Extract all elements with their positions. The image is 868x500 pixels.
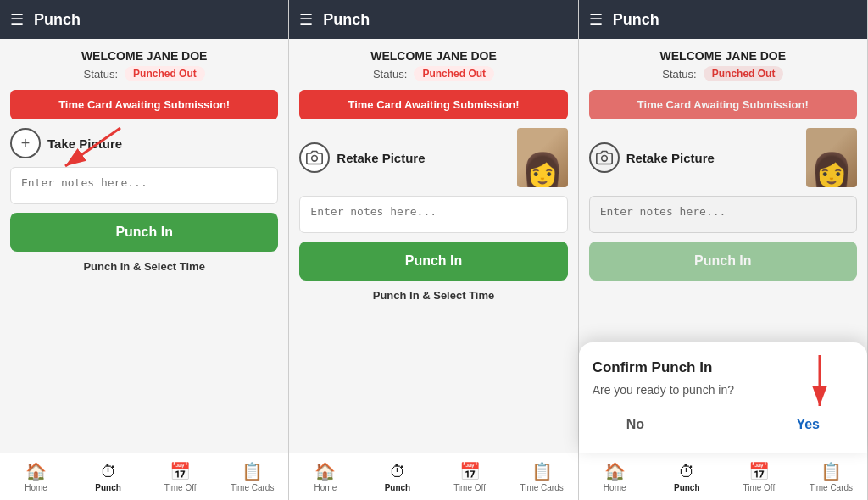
nav-home-label-3: Home xyxy=(604,483,626,492)
topbar-title-1: Punch xyxy=(34,11,81,29)
nav-timecards-3[interactable]: 📋 Time Cards xyxy=(795,453,867,500)
welcome-name-2: WELCOME JANE DOE xyxy=(299,49,567,63)
alert-bar-2[interactable]: Time Card Awaiting Submission! xyxy=(299,90,567,119)
nav-timeoff-label-3: Time Off xyxy=(743,483,775,492)
retake-picture-btn-3[interactable]: Retake Picture xyxy=(589,142,796,173)
screen-body-2: WELCOME JANE DOE Status: Punched Out Tim… xyxy=(289,39,577,453)
timecards-icon-1: 📋 xyxy=(242,461,263,481)
screen-body-1: WELCOME JANE DOE Status: Punched Out Tim… xyxy=(0,39,288,453)
home-icon-2: 🏠 xyxy=(314,461,336,481)
punch-in-btn-1[interactable]: Punch In xyxy=(10,213,278,252)
bottom-nav-3: 🏠 Home ⏱ Punch 📅 Time Off 📋 Time Cards xyxy=(579,453,867,500)
alert-bar-3[interactable]: Time Card Awaiting Submission! xyxy=(589,90,857,119)
nav-punch-label-3: Punch xyxy=(674,483,700,492)
nav-punch-1[interactable]: ⏱ Punch xyxy=(72,453,144,500)
welcome-name-1: WELCOME JANE DOE xyxy=(10,49,278,63)
nav-punch-label-1: Punch xyxy=(95,483,121,492)
timeoff-icon-1: 📅 xyxy=(170,461,191,481)
status-badge-1: Punched Out xyxy=(125,66,205,81)
take-picture-btn-1[interactable]: + Take Picture xyxy=(10,128,278,158)
nav-home-2[interactable]: 🏠 Home xyxy=(289,453,361,500)
punch-icon-2: ⏱ xyxy=(389,462,406,481)
screen-1: ☰ Punch WELCOME JANE DOE Status: Punched… xyxy=(0,0,289,500)
punch-icon-1: ⏱ xyxy=(100,462,117,481)
picture-row-3: Retake Picture xyxy=(589,128,857,187)
retake-picture-label-3: Retake Picture xyxy=(626,151,715,165)
home-icon-3: 🏠 xyxy=(604,461,626,481)
punch-select-label-1[interactable]: Punch In & Select Time xyxy=(10,260,278,273)
welcome-name-3: WELCOME JANE DOE xyxy=(589,49,857,63)
photo-thumb-2 xyxy=(517,128,568,187)
take-picture-label-1: Take Picture xyxy=(47,136,122,151)
nav-punch-2[interactable]: ⏱ Punch xyxy=(361,453,433,500)
notes-input-2[interactable] xyxy=(299,196,567,233)
nav-timeoff-label-1: Time Off xyxy=(164,483,197,492)
photo-thumb-3 xyxy=(806,128,857,187)
retake-picture-btn-2[interactable]: Retake Picture xyxy=(299,142,506,173)
timeoff-icon-3: 📅 xyxy=(748,461,770,481)
topbar-2: ☰ Punch xyxy=(289,0,577,39)
status-badge-3: Punched Out xyxy=(704,66,784,81)
screen-2: ☰ Punch WELCOME JANE DOE Status: Punched… xyxy=(289,0,578,500)
nav-timecards-label-1: Time Cards xyxy=(231,483,274,492)
nav-timecards-label-3: Time Cards xyxy=(810,483,853,492)
nav-timecards-label-2: Time Cards xyxy=(520,483,563,492)
status-badge-2: Punched Out xyxy=(414,66,494,81)
camera-icon-3 xyxy=(589,142,620,173)
nav-timeoff-1[interactable]: 📅 Time Off xyxy=(144,453,216,500)
nav-timecards-2[interactable]: 📋 Time Cards xyxy=(506,453,578,500)
status-label-3: Status: xyxy=(662,68,696,81)
status-row-2: Status: Punched Out xyxy=(299,66,567,81)
confirm-buttons: No Yes xyxy=(593,410,854,439)
status-row-1: Status: Punched Out xyxy=(10,66,278,81)
notes-input-3[interactable] xyxy=(589,196,857,233)
nav-timeoff-3[interactable]: 📅 Time Off xyxy=(723,453,795,500)
nav-home-3[interactable]: 🏠 Home xyxy=(579,453,651,500)
timeoff-icon-2: 📅 xyxy=(459,461,481,481)
bottom-nav-2: 🏠 Home ⏱ Punch 📅 Time Off 📋 Time Cards xyxy=(289,453,577,500)
home-icon-1: 🏠 xyxy=(25,461,47,481)
nav-punch-label-2: Punch xyxy=(385,483,411,492)
nav-home-1[interactable]: 🏠 Home xyxy=(0,453,72,500)
menu-icon-2[interactable]: ☰ xyxy=(299,10,313,29)
camera-icon-2 xyxy=(299,142,330,173)
topbar-3: ☰ Punch xyxy=(579,0,867,39)
notes-input-1[interactable] xyxy=(10,167,278,204)
nav-punch-3[interactable]: ⏱ Punch xyxy=(651,453,723,500)
plus-icon-1: + xyxy=(10,128,41,158)
status-label-2: Status: xyxy=(373,68,407,81)
nav-timeoff-label-2: Time Off xyxy=(453,483,486,492)
topbar-title-2: Punch xyxy=(323,11,370,29)
picture-area-1: + Take Picture xyxy=(10,128,278,158)
nav-home-label-2: Home xyxy=(314,483,337,492)
bottom-nav-1: 🏠 Home ⏱ Punch 📅 Time Off 📋 Time Cards xyxy=(0,453,288,500)
punch-select-label-2[interactable]: Punch In & Select Time xyxy=(299,289,567,302)
punch-icon-3: ⏱ xyxy=(678,462,695,481)
status-label-1: Status: xyxy=(84,68,118,81)
nav-timeoff-2[interactable]: 📅 Time Off xyxy=(433,453,505,500)
menu-icon-3[interactable]: ☰ xyxy=(589,10,603,29)
timecards-icon-3: 📋 xyxy=(821,461,842,481)
welcome-section-2: WELCOME JANE DOE Status: Punched Out xyxy=(299,49,567,81)
topbar-1: ☰ Punch xyxy=(0,0,288,39)
topbar-title-3: Punch xyxy=(613,11,659,29)
punch-in-btn-2[interactable]: Punch In xyxy=(299,242,567,281)
retake-picture-label-2: Retake Picture xyxy=(337,151,425,165)
menu-icon-1[interactable]: ☰ xyxy=(10,10,24,29)
punch-in-btn-3[interactable]: Punch In xyxy=(589,242,857,281)
svg-point-3 xyxy=(601,156,607,162)
svg-point-2 xyxy=(312,156,318,162)
confirm-yes-button[interactable]: Yes xyxy=(779,410,837,439)
picture-row-2: Retake Picture xyxy=(299,128,567,187)
confirm-dialog: Confirm Punch In Are you ready to punch … xyxy=(579,342,867,453)
nav-timecards-1[interactable]: 📋 Time Cards xyxy=(216,453,288,500)
confirm-subtitle: Are you ready to punch in? xyxy=(593,383,854,397)
welcome-section-1: WELCOME JANE DOE Status: Punched Out xyxy=(10,49,278,81)
nav-home-label-1: Home xyxy=(25,483,47,492)
welcome-section-3: WELCOME JANE DOE Status: Punched Out xyxy=(589,49,857,81)
alert-bar-1[interactable]: Time Card Awaiting Submission! xyxy=(10,90,278,119)
confirm-no-button[interactable]: No xyxy=(609,410,661,439)
timecards-icon-2: 📋 xyxy=(531,461,553,481)
screen-3: ☰ Punch WELCOME JANE DOE Status: Punched… xyxy=(579,0,868,500)
status-row-3: Status: Punched Out xyxy=(589,66,857,81)
